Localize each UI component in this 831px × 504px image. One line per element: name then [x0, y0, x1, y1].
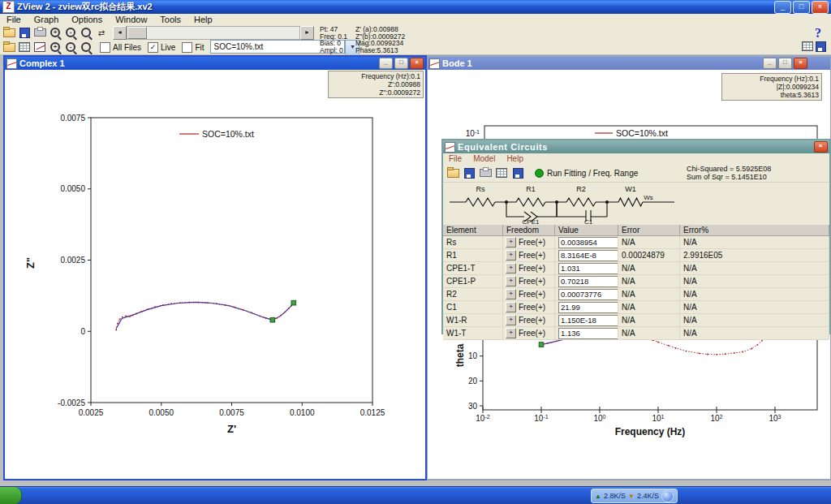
freedom-value: Free(+) [519, 236, 545, 248]
magnitude-tick-label: 10-1 [466, 129, 480, 138]
graph-view-button[interactable] [32, 41, 47, 54]
value-input[interactable]: 1.150E-18 [558, 315, 618, 326]
open-button[interactable] [2, 26, 16, 39]
download-arrow-icon: ▼ [628, 493, 635, 500]
complex-titlebar[interactable]: Complex 1 _ □ × [5, 57, 425, 70]
bode-minimize-button[interactable]: _ [763, 58, 777, 69]
run-fitting-control[interactable]: Run Fitting / Freq. Range [535, 169, 638, 178]
error-value: N/A [618, 275, 680, 287]
value-input[interactable]: 0.00073776 [558, 289, 618, 300]
complex-maximize-button[interactable]: □ [394, 58, 408, 69]
complex-close-button[interactable]: × [410, 58, 424, 69]
network-monitor-icon[interactable] [661, 490, 674, 502]
data-table-button[interactable] [17, 41, 32, 54]
open-data-button[interactable] [2, 41, 16, 54]
zoom-box-button[interactable] [79, 41, 93, 54]
resistor-rs[interactable] [466, 198, 495, 206]
menu-options[interactable]: Options [65, 15, 109, 24]
freedom-dropdown-button[interactable]: + [506, 276, 516, 286]
bode-close-button[interactable]: × [794, 58, 807, 69]
nyquist-plot[interactable]: 0.00250.00500.00750.01000.01250.00750.00… [5, 70, 425, 479]
circuit-diagram[interactable]: RsR1CPE1R2C1W1Ws [443, 183, 829, 225]
freedom-dropdown-button[interactable]: + [506, 289, 516, 299]
minimize-button[interactable]: _ [774, 1, 791, 14]
value-input[interactable]: 1.031 [558, 263, 618, 274]
zoom-reset-button[interactable] [79, 26, 93, 39]
equiv-menu-file[interactable]: File [443, 154, 467, 163]
equiv-menu-model[interactable]: Model [467, 154, 501, 163]
save-button[interactable] [17, 26, 32, 39]
table-header-value: Value [555, 225, 618, 236]
value-input[interactable]: 21.99 [558, 302, 618, 313]
swap-axes-button[interactable]: ⇄ [94, 26, 109, 39]
freedom-dropdown-button[interactable]: + [506, 315, 516, 325]
circuit-label: R2 [576, 185, 586, 193]
menu-tools[interactable]: Tools [153, 15, 187, 24]
network-speed-tray[interactable]: ▲ 2.8K/S ▼ 2.4K/S [591, 489, 678, 503]
mini-table-icon[interactable] [802, 41, 813, 51]
equiv-open-button[interactable] [446, 166, 460, 179]
freedom-dropdown-button[interactable]: + [506, 328, 516, 338]
legend-label: SOC=10%.txt [616, 128, 668, 138]
all-files-checkbox[interactable] [100, 42, 110, 53]
value-input[interactable]: 1.136 [558, 328, 618, 339]
freedom-dropdown-button[interactable]: + [506, 237, 516, 248]
freedom-dropdown-button[interactable]: + [506, 250, 516, 261]
menu-window[interactable]: Window [109, 15, 153, 24]
start-button[interactable] [0, 487, 22, 504]
equiv-print-button[interactable] [478, 166, 493, 179]
zoom-in-button-2[interactable]: + [48, 41, 62, 54]
app-titlebar[interactable]: Z ZView 2 - zview双rc拟合结果.xv2 _ □ × [0, 0, 831, 14]
scroll-thumb[interactable] [127, 27, 147, 39]
live-checkbox[interactable]: ✓ [148, 42, 158, 53]
element-name: W1-T [443, 327, 503, 339]
error-value: N/A [618, 262, 680, 274]
x-tick-label: 0.0025 [79, 408, 104, 417]
mdi-workspace: Bode 1 _ □ × Frequency (Hz):0.1 |Z|:0.00… [0, 54, 831, 487]
complex-minimize-button[interactable]: _ [379, 58, 393, 69]
menu-help[interactable]: Help [187, 15, 219, 24]
element-name: CPE1-T [443, 262, 503, 274]
equiv-save2-button[interactable] [510, 166, 525, 179]
menu-file[interactable]: File [0, 15, 28, 24]
status-phase: Phase:5.3613 [355, 47, 405, 54]
equiv-menu-help[interactable]: Help [501, 154, 529, 163]
equiv-save-button[interactable] [462, 166, 476, 179]
freedom-dropdown-button[interactable]: + [506, 263, 516, 274]
fit-range-marker[interactable] [539, 342, 544, 347]
help-icon[interactable]: ? [815, 26, 821, 41]
equiv-table-button[interactable] [494, 166, 509, 179]
scroll-track[interactable] [127, 26, 300, 40]
zoom-in-button[interactable]: + [48, 26, 62, 39]
table-icon [19, 42, 30, 52]
mini-save-icon[interactable] [816, 41, 826, 52]
close-button[interactable]: × [812, 1, 829, 14]
parameter-table-header: ElementFreedomValueErrorError% [443, 225, 829, 236]
menu-graph[interactable]: Graph [28, 15, 66, 24]
equiv-close-button[interactable]: × [814, 141, 828, 153]
scroll-right-button[interactable]: ► [300, 26, 314, 40]
freedom-dropdown-button[interactable]: + [506, 302, 516, 312]
print-button[interactable] [32, 26, 47, 39]
resistor-r1[interactable] [516, 198, 545, 206]
zoom-in-icon: + [50, 42, 60, 52]
warburg-w1[interactable] [618, 198, 643, 206]
resistor-r2[interactable] [566, 198, 596, 206]
freedom-cell: +Free(+) [503, 301, 555, 313]
fit-range-marker[interactable] [270, 317, 275, 322]
equiv-titlebar[interactable]: Equivalent Circuits × [443, 140, 829, 153]
maximize-button[interactable]: □ [793, 1, 810, 14]
parameter-table: Rs+Free(+)0.0038954N/AN/AR1+Free(+)8.316… [443, 236, 829, 340]
value-input[interactable]: 0.70218 [558, 276, 618, 287]
scroll-left-button[interactable]: ◄ [113, 26, 127, 40]
bode-titlebar[interactable]: Bode 1 _ □ × [428, 57, 830, 70]
fit-range-marker[interactable] [291, 300, 296, 305]
value-input[interactable]: 0.0038954 [558, 237, 618, 248]
zoom-out-button-2[interactable]: - [63, 41, 78, 54]
error-pct-value: 2.9916E05 [680, 249, 829, 261]
value-input[interactable]: 8.3164E-8 [558, 250, 618, 261]
fit-checkbox[interactable] [182, 42, 192, 53]
bode-maximize-button[interactable]: □ [778, 58, 792, 69]
error-pct-value: N/A [680, 327, 829, 339]
zoom-out-button[interactable]: - [63, 26, 78, 39]
